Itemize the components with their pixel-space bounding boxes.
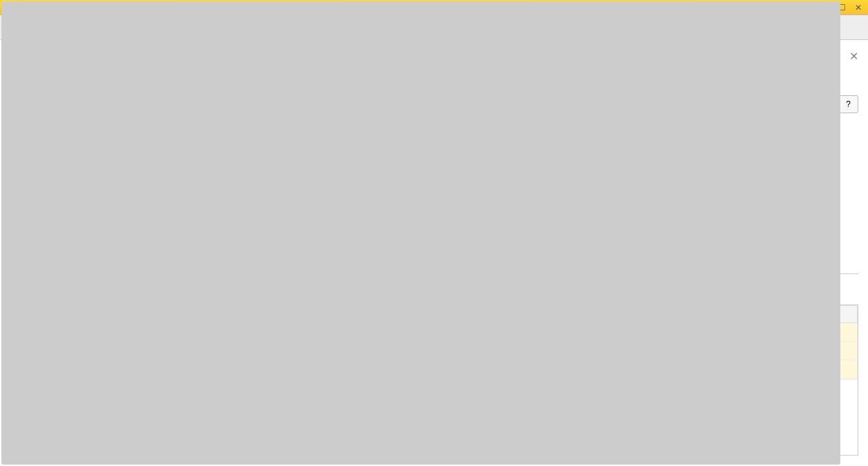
help-button[interactable]: ? xyxy=(838,95,858,113)
income-grid[interactable]: N Номенклатура Счет учета Остаток Измени… xyxy=(10,304,858,456)
close-window-button[interactable]: ✕ xyxy=(851,2,865,13)
close-icon[interactable]: ✕ xyxy=(849,50,858,63)
